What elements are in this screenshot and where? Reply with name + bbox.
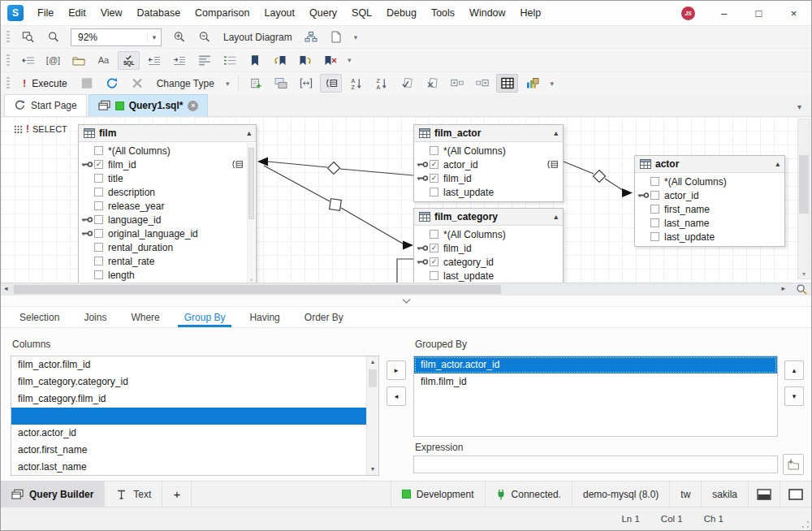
column-checkbox[interactable] <box>430 146 438 155</box>
zoom-out-icon[interactable] <box>193 28 215 46</box>
document-tab-start-page[interactable]: Start Page <box>4 94 87 116</box>
column-checkbox[interactable] <box>94 188 103 196</box>
first-record-icon[interactable] <box>446 74 468 93</box>
table-header-film_actor[interactable]: film_actor▴ <box>414 125 563 142</box>
column-row-film-id[interactable]: film_id <box>79 158 256 171</box>
menu-item-debug[interactable]: Debug <box>379 1 424 25</box>
zoom-level-select[interactable]: 92%▾ <box>71 28 162 46</box>
column-row-last-update[interactable]: last_update <box>414 269 563 283</box>
column-checkbox[interactable] <box>94 160 103 169</box>
layout-diagram-button[interactable]: Layout Diagram <box>217 32 299 43</box>
column-row-last-update[interactable]: last_update <box>414 185 563 199</box>
column-row-all-columns[interactable]: *(All Columns) <box>414 144 563 158</box>
menu-item-edit[interactable]: Edit <box>61 1 93 25</box>
column-checkbox[interactable] <box>650 205 659 214</box>
document-tab-query1-sql[interactable]: Query1.sql*× <box>89 94 209 116</box>
scrollbar-thumb[interactable] <box>248 148 254 219</box>
column-row-rental-rate[interactable]: rental_rate <box>79 254 256 268</box>
scroll-down-icon[interactable]: ▾ <box>798 270 810 278</box>
stop-icon[interactable] <box>76 74 98 93</box>
add-expression-button[interactable] <box>783 454 804 475</box>
move-down-button[interactable]: ▾ <box>784 386 804 406</box>
add-view-button[interactable]: + <box>162 481 192 507</box>
scrollbar-thumb[interactable] <box>14 285 501 294</box>
criteria-tab-group-by[interactable]: Group By <box>172 307 238 327</box>
table-header-film_category[interactable]: film_category▴ <box>414 209 563 226</box>
comment-lines-icon[interactable] <box>218 51 240 70</box>
magnifier-icon[interactable] <box>42 28 64 46</box>
column-checkbox[interactable] <box>94 257 103 266</box>
last-edit-location-icon[interactable] <box>17 51 39 70</box>
move-up-button[interactable]: ▴ <box>784 360 804 380</box>
grouped-by-listbox[interactable]: film_actor.actor_idfilm.film_id <box>413 356 778 437</box>
criteria-tab-joins[interactable]: Joins <box>71 307 119 327</box>
toggle-bookmark-icon[interactable] <box>244 51 266 70</box>
table-header-film[interactable]: film▴ <box>79 125 256 142</box>
columns-list-item[interactable]: actor.actor_id <box>11 425 366 442</box>
toolbar-grip[interactable] <box>6 54 10 67</box>
connection-status-cell[interactable]: Connected. <box>485 481 572 507</box>
clear-bookmarks-icon[interactable] <box>319 51 341 70</box>
menu-item-layout[interactable]: Layout <box>257 1 302 25</box>
resize-grip[interactable] <box>802 521 809 528</box>
find-reference-icon[interactable]: [@] <box>42 51 64 70</box>
collapse-table-icon[interactable]: ▴ <box>554 129 558 137</box>
toolbar-overflow-icon[interactable]: ▾ <box>349 33 363 41</box>
table-scrollbar[interactable]: ▾ <box>247 143 255 283</box>
panel-collapse-handle[interactable] <box>1 296 811 307</box>
select-statement-badge[interactable]: ! SELECT <box>14 123 67 135</box>
column-checkbox[interactable] <box>430 271 438 280</box>
column-row-length[interactable]: length <box>79 268 256 282</box>
criteria-tab-having[interactable]: Having <box>237 307 292 327</box>
column-checkbox[interactable] <box>430 174 438 183</box>
column-checkbox[interactable] <box>94 146 103 155</box>
column-checkbox[interactable] <box>430 160 438 169</box>
column-row-first-name[interactable]: first_name <box>635 202 784 216</box>
user-cell[interactable]: tw <box>669 481 701 507</box>
scrollbar-thumb[interactable] <box>799 155 809 214</box>
change-type-dropdown-icon[interactable]: ▾ <box>221 80 235 88</box>
query-diagram-canvas[interactable]: ! SELECT film▴*(All Columns)film_idtitle… <box>1 117 811 283</box>
expression-input[interactable] <box>413 455 778 473</box>
grouped-by-list-item[interactable]: film.film_id <box>414 373 777 391</box>
grouped-by-list-item[interactable]: film_actor.actor_id <box>414 356 777 373</box>
column-checkbox[interactable] <box>650 218 659 227</box>
format-document-icon[interactable] <box>193 51 215 70</box>
decrease-indent-icon[interactable] <box>143 51 165 70</box>
user-badge[interactable]: JS <box>681 6 695 20</box>
change-case-icon[interactable]: Aa <box>93 51 114 70</box>
execute-button[interactable]: !Execute <box>15 77 75 89</box>
results-pane-icon[interactable] <box>270 74 292 93</box>
change-type-button[interactable]: Change Type <box>150 78 221 89</box>
move-right-button[interactable]: ▸ <box>387 360 406 380</box>
canvas-vertical-scrollbar[interactable]: ▾ <box>797 119 810 279</box>
scroll-up-icon[interactable]: ▴ <box>367 356 378 368</box>
column-checkbox[interactable] <box>430 257 438 266</box>
columns-list-item[interactable]: actor.last_name <box>11 459 366 476</box>
column-checkbox[interactable] <box>94 215 103 224</box>
column-checkbox[interactable] <box>650 232 659 241</box>
menu-item-file[interactable]: File <box>30 1 61 25</box>
collapse-table-icon[interactable]: ▴ <box>247 129 251 137</box>
maximize-button[interactable]: □ <box>741 1 776 25</box>
column-checkbox[interactable] <box>94 229 103 238</box>
canvas-horizontal-scrollbar[interactable]: ◂ ▸ <box>1 283 811 296</box>
column-checkbox[interactable] <box>94 201 103 210</box>
column-checkbox[interactable] <box>94 270 103 279</box>
database-cell[interactable]: sakila <box>701 481 748 507</box>
diagram-table-actor[interactable]: actor▴*(All Columns)actor_idfirst_namela… <box>634 155 785 247</box>
collapse-table-icon[interactable]: ▴ <box>775 160 780 168</box>
column-row-language-id[interactable]: language_id <box>79 213 256 227</box>
cancel-icon[interactable] <box>127 74 149 93</box>
diagram-table-film_category[interactable]: film_category▴*(All Columns)film_idcateg… <box>413 208 564 283</box>
scroll-down-icon[interactable]: ▾ <box>248 277 255 283</box>
column-row-film-id[interactable]: film_id <box>414 241 563 255</box>
diagram-table-film_actor[interactable]: film_actor▴*(All Columns)actor_idfilm_id… <box>413 124 564 202</box>
column-checkbox[interactable] <box>650 191 659 200</box>
data-grid-icon[interactable] <box>496 74 518 93</box>
collapse-table-icon[interactable]: ▴ <box>554 213 558 221</box>
menu-item-help[interactable]: Help <box>513 1 549 25</box>
column-row-rental-duration[interactable]: rental_duration <box>79 240 256 254</box>
next-bookmark-icon[interactable] <box>294 51 316 70</box>
zoom-tool-icon[interactable] <box>796 283 808 296</box>
